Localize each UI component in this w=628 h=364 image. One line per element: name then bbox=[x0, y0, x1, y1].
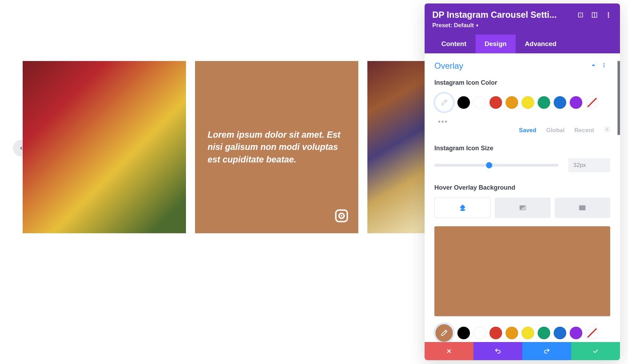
snap-icon[interactable] bbox=[591, 11, 598, 19]
icon-size-slider[interactable] bbox=[434, 164, 559, 167]
tab-design[interactable]: Design bbox=[476, 35, 516, 53]
settings-panel: DP Instagram Carousel Setti... Preset: D… bbox=[425, 3, 620, 360]
color-swatch[interactable] bbox=[522, 327, 534, 339]
swatch-tab-saved[interactable]: Saved bbox=[519, 127, 536, 134]
save-button[interactable] bbox=[571, 342, 620, 360]
icon-size-input[interactable]: 32px bbox=[568, 158, 610, 172]
swatch-palette-tabs: Saved Global Recent bbox=[434, 126, 610, 134]
caret-down-icon: ▼ bbox=[475, 23, 479, 28]
color-swatch[interactable] bbox=[506, 327, 518, 339]
field-label-icon-size: Instagram Icon Size bbox=[434, 145, 610, 152]
color-swatch[interactable] bbox=[473, 327, 486, 339]
color-swatch[interactable] bbox=[457, 96, 470, 109]
color-swatch-none[interactable] bbox=[586, 96, 598, 109]
field-label-hover-bg: Hover Overlay Background bbox=[434, 184, 610, 191]
tab-content[interactable]: Content bbox=[432, 35, 476, 53]
panel-title: DP Instagram Carousel Setti... bbox=[432, 10, 570, 20]
bg-tab-image[interactable] bbox=[555, 198, 610, 218]
svg-point-10 bbox=[604, 63, 604, 64]
more-swatches-icon[interactable]: ••• bbox=[434, 117, 610, 126]
color-swatch[interactable] bbox=[522, 96, 534, 109]
scrollbar[interactable] bbox=[618, 61, 620, 135]
carousel-caption: Lorem ipsum dolor sit amet. Est nisi gal… bbox=[208, 129, 346, 166]
eyedropper-button[interactable] bbox=[434, 93, 454, 112]
color-swatch[interactable] bbox=[489, 327, 502, 339]
field-label-icon-color: Instagram Icon Color bbox=[434, 79, 610, 86]
panel-header: DP Instagram Carousel Setti... Preset: D… bbox=[425, 3, 620, 53]
section-header-overlay[interactable]: Overlay bbox=[434, 61, 610, 71]
gear-icon[interactable] bbox=[604, 126, 610, 134]
preset-selector[interactable]: Preset: Default ▼ bbox=[432, 22, 612, 29]
background-type-tabs bbox=[434, 198, 610, 218]
hover-bg-preview bbox=[434, 226, 610, 316]
color-swatch[interactable] bbox=[473, 96, 486, 109]
carousel-card-image[interactable] bbox=[23, 61, 186, 233]
color-swatch[interactable] bbox=[457, 327, 470, 339]
kebab-menu-icon[interactable] bbox=[605, 11, 612, 19]
color-swatch-none[interactable] bbox=[586, 327, 598, 339]
svg-point-8 bbox=[608, 14, 609, 15]
color-swatch[interactable] bbox=[570, 327, 582, 339]
bg-tab-color[interactable] bbox=[434, 198, 491, 218]
panel-tabs: Content Design Advanced bbox=[432, 35, 612, 53]
color-swatch[interactable] bbox=[506, 96, 518, 109]
bg-tab-gradient[interactable] bbox=[495, 198, 550, 218]
carousel: Lorem ipsum dolor sit amet. Est nisi gal… bbox=[23, 61, 427, 233]
kebab-menu-icon[interactable] bbox=[601, 62, 607, 69]
color-swatch[interactable] bbox=[538, 327, 550, 339]
svg-point-9 bbox=[608, 16, 609, 17]
carousel-card-image[interactable] bbox=[367, 61, 427, 233]
swatch-tab-global[interactable]: Global bbox=[546, 127, 565, 134]
color-swatch[interactable] bbox=[538, 96, 550, 109]
color-swatch[interactable] bbox=[554, 327, 566, 339]
cancel-button[interactable] bbox=[425, 342, 473, 360]
svg-point-13 bbox=[606, 129, 608, 130]
chevron-up-icon[interactable] bbox=[591, 62, 596, 69]
svg-point-2 bbox=[341, 215, 342, 217]
swatch-tab-recent[interactable]: Recent bbox=[574, 127, 594, 134]
slider-thumb[interactable] bbox=[486, 162, 492, 168]
color-swatch[interactable] bbox=[570, 96, 582, 109]
svg-point-11 bbox=[604, 65, 604, 66]
color-swatch[interactable] bbox=[554, 96, 566, 109]
instagram-icon bbox=[334, 208, 349, 223]
undo-button[interactable] bbox=[473, 342, 522, 360]
carousel-card-overlay[interactable]: Lorem ipsum dolor sit amet. Est nisi gal… bbox=[195, 61, 358, 233]
panel-body: Overlay Instagram Icon Color bbox=[425, 53, 620, 342]
tab-advanced[interactable]: Advanced bbox=[516, 35, 566, 53]
panel-footer bbox=[425, 342, 620, 360]
svg-point-7 bbox=[608, 12, 609, 13]
redo-button[interactable] bbox=[522, 342, 571, 360]
svg-point-12 bbox=[604, 66, 604, 67]
swatch-row-icon-color bbox=[434, 93, 610, 112]
eyedropper-button[interactable] bbox=[434, 323, 454, 342]
svg-point-4 bbox=[580, 14, 581, 15]
swatch-row-hover-bg bbox=[434, 323, 610, 342]
color-swatch[interactable] bbox=[489, 96, 502, 109]
expand-icon[interactable] bbox=[577, 11, 584, 19]
